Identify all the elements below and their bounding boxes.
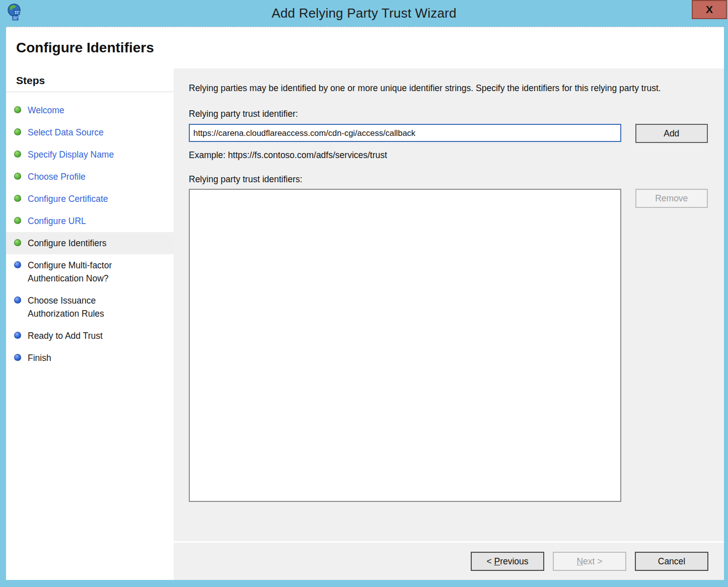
step-label: Choose Issuance Authorization Rules [28,294,147,320]
step-status-bullet-icon [14,332,21,339]
close-icon: X [706,4,713,16]
sidebar-step-select-data-source[interactable]: Select Data Source [6,121,174,143]
page-header: Configure Identifiers [6,27,724,68]
sidebar-step-choose-profile[interactable]: Choose Profile [6,166,174,188]
sidebar-step-welcome[interactable]: Welcome [6,99,174,121]
steps-heading: Steps [6,68,174,92]
step-label: Ready to Add Trust [28,329,103,342]
wizard-body: Configure Identifiers Steps Welcome Sele… [6,27,724,580]
step-label: Configure Identifiers [28,237,107,250]
sidebar-step-configure-multi-factor-authentication-now[interactable]: Configure Multi-factor Authentication No… [6,254,174,289]
page-title: Configure Identifiers [16,40,154,56]
sidebar-step-ready-to-add-trust[interactable]: Ready to Add Trust [6,325,174,347]
step-label: Choose Profile [28,170,86,183]
steps-sidebar: Steps Welcome Select Data Source Specify… [6,68,174,580]
step-status-bullet-icon [14,297,21,304]
step-status-bullet-icon [14,106,21,113]
sidebar-step-finish[interactable]: Finish [6,347,174,369]
identifier-example: Example: https://fs.contoso.com/adfs/ser… [189,150,708,161]
step-label: Configure URL [28,214,86,228]
steps-list: Welcome Select Data Source Specify Displ… [6,92,174,369]
step-status-bullet-icon [14,354,21,361]
sidebar-step-configure-identifiers[interactable]: Configure Identifiers [6,232,174,254]
main-panel: Relying parties may be identified by one… [174,68,724,541]
step-status-bullet-icon [14,151,21,158]
identifiers-listbox[interactable] [189,189,621,502]
sidebar-step-configure-url[interactable]: Configure URL [6,210,174,232]
identifiers-list-label: Relying party trust identifiers: [189,174,708,185]
remove-button[interactable]: Remove [635,189,708,208]
page-description: Relying parties may be identified by one… [189,82,705,95]
step-status-bullet-icon [14,173,21,180]
sidebar-step-configure-certificate[interactable]: Configure Certificate [6,188,174,210]
title-bar: Add Relying Party Trust Wizard X [0,0,728,27]
step-label: Finish [28,351,51,364]
step-label: Configure Certificate [28,192,108,205]
add-button[interactable]: Add [635,124,708,143]
identifier-input[interactable] [189,124,621,142]
footer-button-bar: < Previous Next > Cancel [174,543,724,580]
window-title: Add Relying Party Trust Wizard [271,6,456,21]
step-label: Specify Display Name [28,148,114,161]
previous-button[interactable]: < Previous [471,552,544,571]
sidebar-step-choose-issuance-authorization-rules[interactable]: Choose Issuance Authorization Rules [6,289,174,325]
step-status-bullet-icon [14,261,21,268]
step-label: Welcome [28,104,64,117]
step-status-bullet-icon [14,128,21,135]
cancel-button[interactable]: Cancel [635,552,708,571]
step-label: Configure Multi-factor Authentication No… [28,259,147,285]
identifier-input-label: Relying party trust identifier: [189,109,708,119]
step-status-bullet-icon [14,239,21,246]
step-label: Select Data Source [28,126,104,139]
close-button[interactable]: X [692,0,727,19]
next-button[interactable]: Next > [553,552,626,571]
step-status-bullet-icon [14,195,21,202]
adfs-globe-buildings-icon [6,3,25,22]
step-status-bullet-icon [14,217,21,224]
sidebar-step-specify-display-name[interactable]: Specify Display Name [6,143,174,166]
